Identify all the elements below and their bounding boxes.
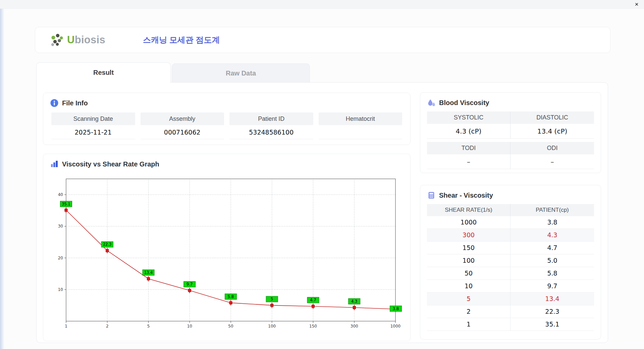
- svg-text:35.1: 35.1: [62, 202, 70, 206]
- file-info-field: Patient ID53248586100: [229, 112, 313, 139]
- window-titlebar: ×: [0, 0, 644, 9]
- svg-text:9.7: 9.7: [186, 282, 193, 287]
- brand-rest: biosis: [75, 34, 105, 46]
- table-row: 1504.7: [427, 242, 594, 254]
- svg-text:5.8: 5.8: [228, 294, 234, 299]
- table-row: 513.4: [427, 293, 594, 305]
- svg-text:20: 20: [58, 256, 63, 260]
- cell-shear-rate: 1000: [427, 216, 511, 229]
- svg-text:1000: 1000: [390, 324, 401, 329]
- shear-viscosity-title: Shear - Viscosity: [439, 192, 493, 199]
- svg-text:13.4: 13.4: [144, 270, 153, 275]
- shear-viscosity-card: Shear - Viscosity SHEAR RATE(1/s) PATIEN…: [420, 185, 601, 340]
- svg-text:4.7: 4.7: [310, 298, 316, 302]
- bv-metric-value: 13.4 (cP): [511, 124, 594, 139]
- close-icon[interactable]: ×: [633, 0, 641, 8]
- file-info-field: Assembly000716062: [141, 112, 224, 139]
- calculator-grid-icon: [427, 191, 436, 200]
- bv-metric-label: TODI: [427, 142, 511, 154]
- left-edge-gradient: [0, 0, 4, 349]
- cell-shear-rate: 300: [427, 229, 511, 241]
- table-row: 505.8: [427, 267, 594, 280]
- table-header-row: SHEAR RATE(1/s) PATIENT(cp): [427, 204, 594, 216]
- info-icon: [50, 99, 59, 107]
- cell-patient-viscosity: 5.8: [511, 267, 594, 280]
- table-row: 3004.3: [427, 229, 594, 242]
- graph-card: Viscosity vs Shear Rate Graph 1020304012…: [43, 154, 411, 341]
- blood-viscosity-group: TODIODI––: [427, 142, 594, 169]
- svg-text:5: 5: [271, 297, 273, 301]
- graph-title: Viscosity vs Shear Rate Graph: [62, 160, 159, 168]
- blood-viscosity-title: Blood Viscosity: [439, 99, 489, 107]
- table-row: 10003.8: [427, 216, 594, 229]
- bv-metric-value: –: [511, 154, 594, 169]
- viscosity-chart: 102030401251050100150300100035.122.313.4…: [53, 171, 399, 332]
- bv-metric-label: DIASTOLIC: [511, 111, 594, 124]
- cell-patient-viscosity: 3.8: [511, 216, 594, 229]
- blood-viscosity-header: Blood Viscosity: [427, 97, 594, 108]
- brand-text: Ubiosis: [67, 34, 105, 46]
- shear-viscosity-table: SHEAR RATE(1/s) PATIENT(cp) 10003.83004.…: [427, 204, 594, 331]
- svg-text:50: 50: [228, 324, 233, 329]
- table-row: 135.1: [427, 318, 594, 331]
- result-panel: File Info Scanning Date2025-11-21Assembl…: [36, 82, 608, 343]
- field-value: 2025-11-21: [51, 125, 135, 139]
- file-info-header: File Info: [50, 98, 404, 108]
- cell-patient-viscosity: 9.7: [511, 280, 594, 292]
- svg-text:4.3: 4.3: [351, 299, 357, 304]
- cell-shear-rate: 2: [427, 305, 511, 318]
- table-row: 222.3: [427, 305, 594, 318]
- cell-patient-viscosity: 4.7: [511, 242, 594, 254]
- file-info-field: Hematocrit: [319, 112, 402, 139]
- cell-patient-viscosity: 4.3: [511, 229, 594, 241]
- bar-chart-icon: [50, 160, 59, 168]
- ubiosis-logo: Ubiosis: [49, 33, 105, 47]
- svg-text:2: 2: [106, 324, 109, 329]
- cell-shear-rate: 1: [427, 318, 511, 331]
- svg-text:150: 150: [309, 324, 317, 329]
- bv-metric-value: –: [427, 154, 511, 169]
- file-info-card: File Info Scanning Date2025-11-21Assembl…: [43, 93, 411, 145]
- cell-shear-rate: 10: [427, 280, 511, 292]
- svg-text:3.8: 3.8: [393, 306, 399, 311]
- blood-viscosity-grid: SYSTOLICDIASTOLIC4.3 (cP)13.4 (cP)TODIOD…: [427, 111, 594, 169]
- cell-shear-rate: 150: [427, 242, 511, 254]
- field-label: Patient ID: [229, 112, 313, 125]
- field-value: [319, 125, 402, 139]
- svg-text:10: 10: [187, 324, 192, 329]
- droplets-icon: [427, 98, 436, 107]
- svg-text:5: 5: [147, 324, 150, 329]
- blood-viscosity-group: SYSTOLICDIASTOLIC4.3 (cP)13.4 (cP): [427, 111, 594, 139]
- field-label: Assembly: [141, 112, 224, 125]
- tab-result[interactable]: Result: [36, 62, 171, 83]
- app-title: 스캐닝 모세관 점도계: [143, 35, 220, 45]
- blood-viscosity-card: Blood Viscosity SYSTOLICDIASTOLIC4.3 (cP…: [420, 92, 601, 173]
- cell-patient-viscosity: 35.1: [511, 318, 594, 331]
- field-label: Scanning Date: [51, 112, 135, 125]
- file-info-title: File Info: [62, 99, 88, 107]
- svg-text:40: 40: [58, 192, 63, 197]
- app-header-card: Ubiosis 스캐닝 모세관 점도계: [35, 27, 610, 53]
- shear-viscosity-header: Shear - Viscosity: [427, 190, 594, 201]
- field-value: 53248586100: [229, 125, 313, 139]
- column-patient: PATIENT(cp): [511, 204, 594, 216]
- cell-patient-viscosity: 13.4: [511, 293, 594, 305]
- graph-header: Viscosity vs Shear Rate Graph: [50, 159, 404, 169]
- bv-metric-label: ODI: [511, 142, 594, 154]
- table-row: 109.7: [427, 280, 594, 293]
- brand-initial: U: [67, 34, 75, 46]
- cell-shear-rate: 5: [427, 293, 511, 305]
- cell-shear-rate: 100: [427, 254, 511, 267]
- tab-raw-data[interactable]: Raw Data: [172, 63, 310, 82]
- svg-text:100: 100: [268, 324, 276, 329]
- svg-text:1: 1: [65, 324, 67, 329]
- column-shear-rate: SHEAR RATE(1/s): [427, 204, 511, 216]
- svg-text:30: 30: [58, 224, 63, 229]
- file-info-fields: Scanning Date2025-11-21Assembly000716062…: [50, 112, 404, 139]
- bv-metric-value: 4.3 (cP): [427, 124, 511, 139]
- field-value: 000716062: [141, 125, 224, 139]
- logo-dots-icon: [49, 33, 65, 47]
- table-row: 1005.0: [427, 254, 594, 267]
- cell-patient-viscosity: 5.0: [511, 254, 594, 267]
- svg-text:300: 300: [351, 324, 358, 329]
